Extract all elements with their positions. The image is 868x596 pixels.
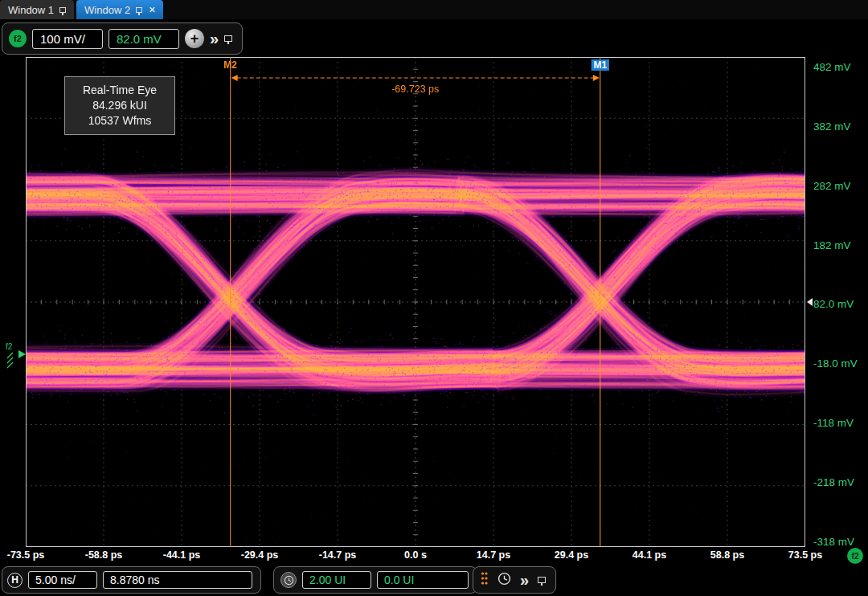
timebase-scale-field[interactable]: 5.00 ns/ (28, 571, 97, 589)
x-axis-label: -44.1 ps (163, 549, 201, 561)
marker-m1-label[interactable]: M1 (591, 59, 609, 71)
ui-toolbar: 2.00 UI 0.0 UI (273, 566, 477, 594)
expand-chevron-icon[interactable]: » (520, 572, 529, 588)
horizontal-badge[interactable]: H (7, 573, 23, 588)
ui-offset-field[interactable]: 0.0 UI (377, 571, 469, 589)
y-axis-label: 182 mV (813, 239, 851, 251)
x-axis-label: -14.7 ps (319, 549, 357, 561)
x-axis-label: -58.8 ps (85, 549, 123, 561)
eye-info-count: 84.296 kUI (68, 98, 171, 113)
ui-scale-field[interactable]: 2.00 UI (302, 571, 371, 589)
tab-window-2-label: Window 2 (84, 4, 130, 16)
oscilloscope-window: Window 1 Window 2 × f2 100 mV/ 82.0 mV +… (0, 0, 868, 596)
y-axis-label: -118 mV (813, 417, 854, 429)
eye-info-waveforms: 10537 Wfms (68, 113, 171, 129)
pin-icon[interactable] (59, 7, 66, 13)
y-axis-label: 382 mV (813, 120, 851, 133)
y-axis-label: 82.0 mV (813, 298, 854, 310)
x-axis-label: 14.7 ps (477, 549, 510, 561)
horizontal-toolbar: H 5.00 ns/ 8.8780 ns (2, 566, 261, 594)
vertical-scale-field[interactable]: 100 mV/ (32, 29, 103, 49)
vertical-offset-field[interactable]: 82.0 mV (108, 29, 179, 49)
marker-delta-readout: -69.723 ps (391, 84, 439, 95)
close-icon[interactable]: × (149, 4, 155, 15)
eye-info-box: Real-Time Eye 84.296 kUI 10537 Wfms (64, 76, 175, 135)
tab-window-2[interactable]: Window 2 × (76, 0, 163, 19)
x-axis-label: 58.8 ps (710, 549, 744, 561)
offset-level-marker[interactable] (807, 298, 813, 306)
channel-toolbar: f2 100 mV/ 82.0 mV + » (2, 22, 243, 55)
x-axis-label: 0.0 s (404, 549, 427, 561)
drag-handle-icon[interactable] (480, 571, 489, 589)
delay-clock-icon[interactable] (280, 572, 297, 588)
pin-icon[interactable] (538, 577, 546, 583)
y-axis-label: -18.0 mV (813, 357, 858, 369)
acquisition-toolbar: » (473, 566, 556, 594)
y-axis-label: 482 mV (813, 61, 851, 73)
y-axis-label: -218 mV (813, 476, 854, 488)
eye-diagram-plot: Real-Time Eye 84.296 kUI 10537 Wfms M2 M… (26, 57, 805, 547)
window-tab-bar: Window 1 Window 2 × (0, 0, 868, 19)
tab-window-1[interactable]: Window 1 (0, 0, 74, 19)
eye-info-title: Real-Time Eye (68, 83, 171, 98)
y-axis-label: 282 mV (813, 180, 851, 192)
f2-reference-marker[interactable]: f2 (5, 341, 29, 372)
marker-m2-label[interactable]: M2 (223, 59, 237, 71)
clock-icon[interactable] (497, 572, 511, 589)
x-axis-label: 73.5 ps (788, 549, 822, 561)
f2-reference-label: f2 (6, 342, 13, 351)
pin-icon[interactable] (224, 35, 232, 42)
y-axis-label: -318 mV (813, 536, 854, 548)
x-axis-label: 44.1 ps (633, 549, 666, 561)
ground-hatch-icon (7, 353, 13, 368)
x-axis-label: -73.5 ps (7, 549, 45, 561)
pin-icon[interactable] (136, 7, 142, 13)
x-axis-label: 29.4 ps (555, 549, 588, 561)
expand-chevron-icon[interactable]: » (210, 31, 219, 47)
f2-channel-badge[interactable]: f2 (9, 30, 27, 47)
f2-corner-badge[interactable]: f2 (847, 548, 863, 564)
x-axis-label: -29.4 ps (241, 549, 279, 561)
add-waveform-button[interactable]: + (185, 29, 204, 48)
reference-arrow-icon (18, 350, 26, 358)
timebase-position-field[interactable]: 8.8780 ns (103, 571, 252, 589)
tab-window-1-label: Window 1 (8, 4, 54, 16)
